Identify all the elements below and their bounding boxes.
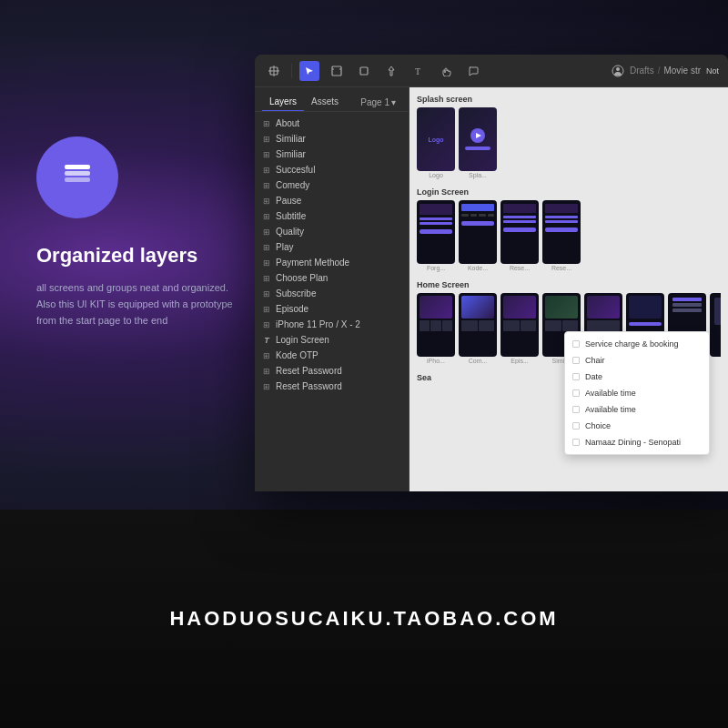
svg-point-12 (616, 67, 620, 71)
text-tool-icon[interactable]: T (409, 61, 429, 81)
svg-rect-2 (65, 165, 90, 169)
figma-toolbar: T Drafts / Movie str (255, 55, 728, 87)
panel-tabs: Layers Assets Page 1 ▾ (255, 87, 409, 112)
frame-icon: ⊞ (262, 166, 271, 175)
frame-icon: ⊞ (262, 181, 271, 190)
screen-label: Logo (417, 172, 455, 178)
frame-icon: ⊞ (262, 289, 271, 298)
home-thumb-3: Epis... (500, 293, 539, 364)
left-title: Organized layers (36, 244, 237, 268)
component-icon[interactable] (264, 61, 284, 81)
tab-layers[interactable]: Layers (262, 93, 304, 111)
layer-item[interactable]: ⊞ Reset Password (255, 379, 409, 394)
icon-circle (36, 136, 118, 218)
login-screen-2 (459, 200, 497, 264)
figma-canvas[interactable]: Splash screen Logo Logo (410, 87, 728, 491)
layers-list[interactable]: ⊞ About ⊞ Similiar ⊞ Similiar ⊞ Succesfu… (255, 112, 409, 491)
layer-item[interactable]: ⊞ Quality (255, 224, 409, 239)
shape-tool-icon[interactable] (354, 61, 374, 81)
dropdown-item-namaaz[interactable]: Namaaz Dining - Senopati (565, 434, 709, 450)
layer-item[interactable]: T Login Screen (255, 332, 409, 348)
breadcrumb-sep: / (658, 66, 661, 76)
dropdown-item-chair[interactable]: Chair (565, 352, 709, 369)
not-badge: Not (706, 66, 719, 76)
layer-item[interactable]: ⊞ Play (255, 239, 409, 255)
home-thumb-1: iPho... (417, 293, 455, 364)
layer-item[interactable]: ⊞ Payment Methode (255, 255, 409, 270)
frame-icon: ⊞ (262, 382, 271, 391)
frame-icon: ⊞ (262, 258, 271, 268)
dropdown-item-avail-time-2[interactable]: Available time (565, 401, 709, 418)
dropdown-item-choice[interactable]: Choice (565, 418, 709, 434)
dropdown-item-date[interactable]: Date (565, 369, 709, 385)
frame-icon: ⊞ (262, 197, 271, 206)
login-screen-section: Login Screen Forg... (417, 187, 721, 271)
project-name: Movie str (663, 66, 701, 76)
checkbox-choice[interactable] (572, 422, 580, 430)
layer-item[interactable]: ⊞ Comedy (255, 177, 409, 193)
svg-rect-9 (360, 67, 368, 75)
user-avatar-icon (612, 65, 624, 77)
login-screens-row: Forg... (417, 200, 721, 271)
layer-item[interactable]: ⊞ Succesful (255, 162, 409, 177)
frame-tool-icon[interactable] (327, 61, 347, 81)
layers-panel: Layers Assets Page 1 ▾ ⊞ About ⊞ Similia… (255, 87, 410, 491)
svg-rect-6 (332, 66, 341, 76)
frame-icon: ⊞ (262, 119, 271, 128)
layer-item[interactable]: ⊞ Choose Plan (255, 270, 409, 286)
svg-rect-0 (65, 177, 90, 182)
checkbox-date[interactable] (572, 373, 580, 380)
frame-icon: ⊞ (262, 351, 271, 360)
layer-item[interactable]: ⊞ Subscribe (255, 286, 409, 301)
checkbox-service[interactable] (572, 340, 580, 348)
left-desc: all screens and groups neat and organize… (36, 280, 237, 329)
splash-screen-main (459, 107, 497, 171)
home-thumb-2: Com... (459, 293, 497, 364)
layer-item[interactable]: ⊞ Subtitle (255, 208, 409, 224)
layers-stack-icon (57, 157, 97, 197)
login-section-label: Login Screen (417, 187, 721, 197)
frame-icon: ⊞ (262, 305, 271, 314)
splash-section-label: Splash screen (417, 95, 721, 104)
checkbox-chair[interactable] (572, 357, 580, 364)
checkbox-avail-1[interactable] (572, 389, 580, 397)
dropdown-item-avail-time-1[interactable]: Available time (565, 385, 709, 401)
layer-item[interactable]: ⊞ Pause (255, 193, 409, 208)
hand-tool-icon[interactable] (436, 61, 456, 81)
checkbox-avail-2[interactable] (572, 406, 580, 413)
frame-icon: ⊞ (262, 212, 271, 221)
splash-screens-row: Logo Logo (417, 107, 721, 178)
screen-label: Spla... (459, 172, 497, 178)
layer-item[interactable]: ⊞ iPhone 11 Pro / X - 2 (255, 317, 409, 332)
breadcrumb: Drafts / Movie str (630, 66, 701, 76)
layer-item[interactable]: ⊞ Episode (255, 301, 409, 317)
dropdown-item-service[interactable]: Service charge & booking (565, 336, 709, 352)
toolbar-right: Drafts / Movie str Not (612, 65, 719, 77)
move-tool-icon[interactable] (299, 61, 319, 81)
dropdown-menu[interactable]: Service charge & booking Chair Date Avai… (564, 331, 710, 455)
home-thumb-8: Pay... (710, 293, 721, 364)
pen-tool-icon[interactable] (381, 61, 401, 81)
frame-icon: ⊞ (262, 243, 271, 252)
bottom-section: HAODUOSUCAIKU.TAOBAO.COM (0, 510, 728, 728)
tab-assets[interactable]: Assets (304, 93, 346, 111)
checkbox-namaaz[interactable] (572, 439, 580, 446)
layer-item[interactable]: ⊞ Kode OTP (255, 348, 409, 363)
frame-icon: ⊞ (262, 274, 271, 283)
layer-item[interactable]: ⊞ Similiar (255, 131, 409, 147)
toolbar-sep-1 (291, 64, 292, 78)
comment-tool-icon[interactable] (463, 61, 483, 81)
panel-page[interactable]: Page 1 ▾ (355, 93, 401, 111)
login-screen-1 (417, 200, 455, 264)
home-section-label: Home Screen (417, 280, 721, 289)
frame-icon: ⊞ (262, 150, 271, 159)
layer-item[interactable]: ⊞ Reset Password (255, 363, 409, 379)
left-content-section: Organized layers all screens and groups … (36, 136, 237, 329)
layer-item[interactable]: ⊞ About (255, 116, 409, 131)
login-screen-3 (500, 200, 539, 264)
svg-text:T: T (415, 66, 420, 76)
figma-window: T Drafts / Movie str (255, 55, 728, 491)
login-screen-4 (542, 200, 581, 264)
layer-item[interactable]: ⊞ Similiar (255, 147, 409, 162)
splash-screen-section: Splash screen Logo Logo (417, 95, 721, 178)
